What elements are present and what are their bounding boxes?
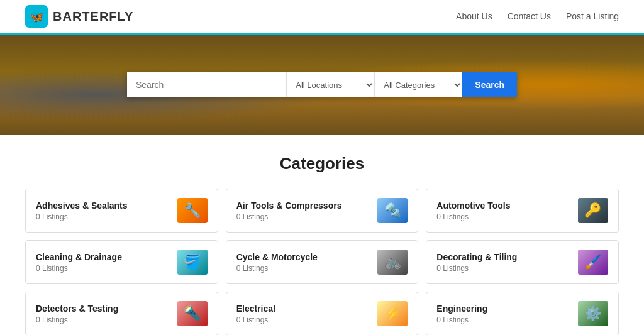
- category-thumb-detectors: 🔦: [177, 301, 208, 326]
- category-select[interactable]: All Categories: [374, 72, 462, 97]
- category-listings-air-tools: 0 Listings: [236, 212, 342, 221]
- category-name-detectors: Detectors & Testing: [36, 304, 118, 314]
- category-thumb-engineering: ⚙️: [578, 301, 608, 326]
- category-name-adhesives: Adhesives & Sealants: [36, 200, 128, 211]
- svg-text:🦋: 🦋: [30, 10, 44, 24]
- hero-section: All Locations All Categories Search: [0, 35, 644, 135]
- category-name-decorating: Decorating & Tiling: [436, 252, 517, 262]
- category-card-decorating[interactable]: Decorating & Tiling0 Listings🖌️: [426, 240, 619, 284]
- category-card-air-tools[interactable]: Air Tools & Compressors0 Listings🔩: [226, 189, 419, 233]
- search-bar: All Locations All Categories Search: [127, 72, 517, 97]
- header: 🦋 BARTERFLY About Us Contact Us Post a L…: [0, 0, 644, 35]
- category-card-adhesives[interactable]: Adhesives & Sealants0 Listings🔧: [25, 189, 218, 233]
- category-thumb-adhesives: 🔧: [177, 198, 208, 223]
- category-thumb-electrical: ⚡: [377, 301, 408, 326]
- logo-area: 🦋 BARTERFLY: [25, 5, 133, 28]
- category-thumb-air-tools: 🔩: [377, 198, 408, 223]
- barterfly-logo-icon: 🦋: [25, 5, 48, 28]
- category-name-engineering: Engineering: [436, 304, 487, 314]
- categories-grid: Adhesives & Sealants0 Listings🔧Air Tools…: [25, 189, 619, 335]
- category-card-automotive[interactable]: Automotive Tools0 Listings🔑: [426, 189, 619, 233]
- category-thumb-automotive: 🔑: [578, 198, 608, 223]
- main-nav: About Us Contact Us Post a Listing: [456, 11, 619, 21]
- category-name-electrical: Electrical: [236, 304, 275, 314]
- category-card-cleaning[interactable]: Cleaning & Drainage0 Listings🪣: [25, 240, 218, 284]
- category-thumb-cycle: 🚲: [377, 250, 408, 275]
- category-card-engineering[interactable]: Engineering0 Listings⚙️: [426, 292, 619, 335]
- category-thumb-decorating: 🖌️: [578, 250, 608, 275]
- category-name-air-tools: Air Tools & Compressors: [236, 200, 342, 211]
- category-listings-cycle: 0 Listings: [236, 264, 318, 273]
- category-name-cleaning: Cleaning & Drainage: [36, 252, 122, 262]
- category-listings-decorating: 0 Listings: [436, 264, 517, 273]
- search-input[interactable]: [127, 72, 286, 97]
- category-card-cycle[interactable]: Cycle & Motorcycle0 Listings🚲: [226, 240, 419, 284]
- location-select[interactable]: All Locations: [286, 72, 374, 97]
- category-thumb-cleaning: 🪣: [177, 250, 208, 275]
- category-card-detectors[interactable]: Detectors & Testing0 Listings🔦: [25, 292, 218, 335]
- categories-title: Categories: [25, 154, 619, 173]
- categories-section: Categories Adhesives & Sealants0 Listing…: [0, 135, 644, 335]
- category-card-electrical[interactable]: Electrical0 Listings⚡: [226, 292, 419, 335]
- category-listings-detectors: 0 Listings: [36, 316, 118, 324]
- nav-about[interactable]: About Us: [456, 11, 492, 21]
- category-name-automotive: Automotive Tools: [436, 200, 510, 211]
- nav-post-listing[interactable]: Post a Listing: [566, 11, 619, 21]
- category-listings-cleaning: 0 Listings: [36, 264, 122, 273]
- category-listings-automotive: 0 Listings: [436, 212, 510, 221]
- search-button[interactable]: Search: [462, 72, 517, 97]
- logo-text: BARTERFLY: [53, 9, 133, 24]
- nav-contact[interactable]: Contact Us: [508, 11, 551, 21]
- category-listings-engineering: 0 Listings: [436, 316, 487, 324]
- category-listings-electrical: 0 Listings: [236, 316, 275, 324]
- category-listings-adhesives: 0 Listings: [36, 212, 128, 221]
- category-name-cycle: Cycle & Motorcycle: [236, 252, 318, 262]
